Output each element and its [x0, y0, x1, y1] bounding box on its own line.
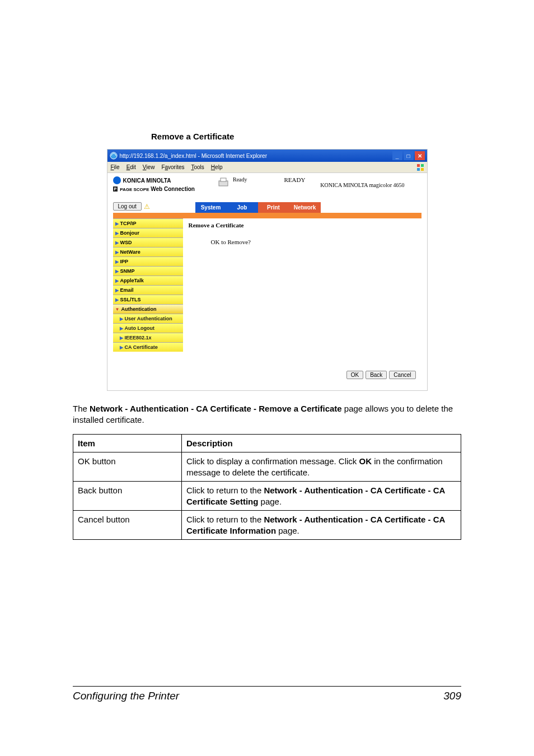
- sidebar-item-auto-logout[interactable]: ▶Auto Logout: [113, 323, 183, 333]
- content-pane: Remove a Certificate OK to Remove?: [183, 218, 421, 365]
- section-heading: Remove a Certificate: [151, 132, 461, 141]
- orange-divider: [113, 213, 421, 218]
- logout-button[interactable]: Log out: [113, 202, 142, 211]
- menu-favorites[interactable]: Favorites: [161, 164, 184, 170]
- sidebar-item-email[interactable]: ▶Email: [113, 285, 183, 295]
- sidebar-item-ieee8021x[interactable]: ▶IEEE802.1x: [113, 333, 183, 342]
- browser-title-text: http://192.168.1.2/a_index.html - Micros…: [120, 153, 267, 159]
- svg-rect-1: [417, 164, 420, 167]
- sidebar-item-snmp[interactable]: ▶SNMP: [113, 266, 183, 276]
- description-table: Item Description OK button Click to disp…: [73, 434, 461, 540]
- minimize-button[interactable]: _: [392, 151, 402, 160]
- sidebar-item-tcpip[interactable]: ▶TCP/IP: [113, 218, 183, 228]
- printer-icon: [217, 176, 229, 189]
- tab-bar: System Job Print Network: [195, 202, 321, 213]
- sidebar: ▶TCP/IP ▶Bonjour ▶WSD ▶NetWare ▶IPP ▶SNM…: [113, 218, 183, 365]
- content-title: Remove a Certificate: [189, 222, 416, 228]
- browser-menubar: File Edit View Favorites Tools Help: [107, 162, 427, 173]
- tab-system[interactable]: System: [195, 202, 227, 213]
- svg-rect-6: [221, 178, 226, 181]
- svg-rect-4: [421, 168, 424, 171]
- maximize-button[interactable]: □: [404, 151, 414, 160]
- page-number: 309: [443, 690, 461, 702]
- pagescope-badge: P: [113, 186, 118, 192]
- close-button[interactable]: ✕: [415, 151, 425, 160]
- browser-window: http://192.168.1.2/a_index.html - Micros…: [107, 149, 428, 391]
- description-text: The Network - Authentication - CA Certif…: [73, 403, 461, 426]
- table-row: Back button Click to return to the Netwo…: [73, 482, 461, 511]
- ok-button[interactable]: OK: [346, 371, 363, 379]
- dialog-buttons: OK Back Cancel: [107, 365, 427, 390]
- menu-tools[interactable]: Tools: [191, 164, 204, 170]
- page-footer: Configuring the Printer 309: [73, 686, 461, 702]
- menu-help[interactable]: Help: [211, 164, 223, 170]
- menu-edit[interactable]: Edit: [127, 164, 136, 170]
- windows-flag-icon: [416, 163, 425, 172]
- svg-rect-3: [417, 168, 420, 171]
- brand-logo-icon: [113, 176, 121, 184]
- printer-model: KONICA MINOLTA magicolor 4650: [320, 176, 404, 192]
- browser-titlebar: http://192.168.1.2/a_index.html - Micros…: [107, 150, 427, 162]
- status-ready-big: READY: [284, 176, 306, 183]
- footer-title: Configuring the Printer: [73, 690, 179, 702]
- sidebar-item-user-authentication[interactable]: ▶User Authentication: [113, 314, 183, 323]
- sidebar-item-ca-certificate[interactable]: ▶CA Certificate: [113, 342, 183, 352]
- page-header: KONICA MINOLTA P PAGE SCOPE Web Connecti…: [107, 173, 427, 192]
- sidebar-item-wsd[interactable]: ▶WSD: [113, 237, 183, 247]
- cancel-button[interactable]: Cancel: [389, 371, 415, 379]
- tab-job[interactable]: Job: [227, 202, 258, 213]
- back-button[interactable]: Back: [366, 371, 387, 379]
- table-row: OK button Click to display a confirmatio…: [73, 452, 461, 482]
- tab-network[interactable]: Network: [289, 202, 321, 213]
- sidebar-item-netware[interactable]: ▶NetWare: [113, 247, 183, 256]
- table-row: Cancel button Click to return to the Net…: [73, 511, 461, 540]
- brand-name: KONICA MINOLTA: [123, 178, 171, 184]
- table-header-description: Description: [182, 434, 461, 452]
- menu-view[interactable]: View: [143, 164, 155, 170]
- tab-print[interactable]: Print: [258, 202, 289, 213]
- sidebar-item-ipp[interactable]: ▶IPP: [113, 256, 183, 266]
- warning-icon: ⚠: [144, 203, 150, 211]
- svg-rect-2: [421, 164, 424, 167]
- sidebar-item-appletalk[interactable]: ▶AppleTalk: [113, 276, 183, 285]
- content-message: OK to Remove?: [211, 239, 416, 245]
- sidebar-item-authentication[interactable]: ▼Authentication: [113, 304, 183, 314]
- status-ready-small: Ready: [233, 176, 247, 183]
- menu-file[interactable]: File: [111, 164, 120, 170]
- sidebar-item-ssltls[interactable]: ▶SSL/TLS: [113, 295, 183, 304]
- ie-icon: [110, 152, 118, 160]
- web-connection-label: PAGE SCOPE Web Connection: [120, 186, 195, 192]
- table-header-item: Item: [73, 434, 182, 452]
- sidebar-item-bonjour[interactable]: ▶Bonjour: [113, 228, 183, 237]
